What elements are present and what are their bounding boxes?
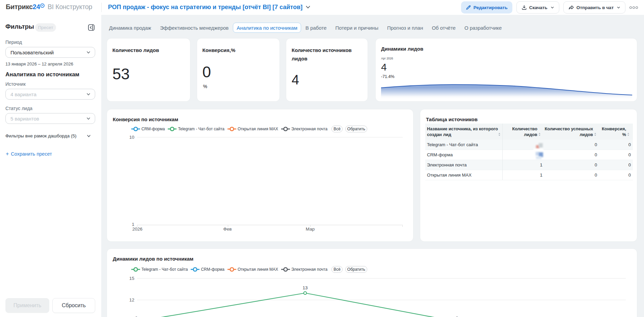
svg-text:10: 10 — [129, 135, 134, 140]
svg-text:2026: 2026 — [132, 227, 142, 232]
svg-text:Фев: Фев — [223, 227, 232, 232]
svg-text:1: 1 — [132, 222, 134, 227]
svg-text:13: 13 — [302, 285, 307, 290]
svg-text:9: 9 — [456, 316, 458, 317]
svg-text:15: 15 — [129, 276, 134, 281]
svg-text:12: 12 — [129, 297, 134, 302]
svg-text:9: 9 — [135, 316, 138, 317]
svg-text:Мар: Мар — [306, 227, 315, 232]
